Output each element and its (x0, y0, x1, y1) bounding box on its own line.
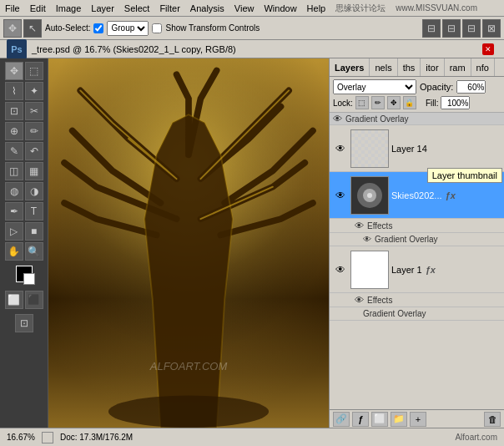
move-tool[interactable]: ✥ (5, 62, 23, 80)
layer14-name: Layer 14 (391, 144, 501, 154)
align-buttons: ⊟ ⊟ ⊟ ⊠ (422, 19, 501, 38)
skies-effects-eye[interactable]: 👁 (355, 220, 364, 231)
layer1-thumbnail (350, 251, 389, 289)
doc-size: Doc: 17.3M/176.2M (60, 433, 133, 442)
history-brush-tool[interactable]: ↶ (25, 142, 43, 160)
layer1-gradient-label: Gradient Overlay (363, 309, 426, 318)
layer14-visibility-toggle[interactable]: 👁 (333, 141, 348, 156)
tab-layers[interactable]: Layers (330, 58, 370, 76)
svg-point-5 (367, 193, 372, 198)
menu-analysis[interactable]: Analysis (185, 3, 229, 13)
hand-tool[interactable]: ✋ (5, 242, 23, 261)
menu-image[interactable]: Image (51, 3, 87, 13)
layer1-effects-eye[interactable]: 👁 (355, 295, 364, 305)
add-mask-button[interactable]: ⬜ (371, 412, 388, 427)
align-right-button[interactable]: ⊟ (462, 19, 481, 38)
close-document-button[interactable]: ✕ (482, 43, 494, 55)
lock-row: Lock: ⬚ ✏ ✥ 🔒 Fill: (333, 96, 501, 109)
menu-help[interactable]: Help (302, 3, 331, 13)
main-layout: ✥ ⬚ ⌇ ✦ ⊡ ✂ ⊕ ✏ ✎ ↶ ◫ ▦ ◍ ◑ ✒ T (0, 58, 504, 428)
fill-label: Fill: (426, 99, 439, 108)
layer1-fx-badge: ƒx (426, 265, 436, 275)
crop-tool[interactable]: ⊡ (5, 102, 23, 120)
path-selection-tool[interactable]: ▷ (5, 222, 23, 241)
gradient-tool[interactable]: ▦ (25, 162, 43, 180)
section-eye-icon[interactable]: 👁 (333, 114, 342, 124)
document-title-bar: Ps _tree.psd @ 16.7% (Skies0202_1_L copy… (0, 40, 504, 58)
background-color[interactable] (23, 273, 35, 285)
selection-tool[interactable]: ⬚ (25, 62, 43, 80)
show-transform-checkbox[interactable] (152, 23, 162, 33)
lock-label: Lock: (333, 99, 353, 108)
auto-select-label: Auto-Select: (45, 23, 90, 33)
text-tool[interactable]: T (25, 202, 43, 220)
link-layers-button[interactable]: 🔗 (333, 412, 350, 427)
toolbox-row-3: ⊡ ✂ (5, 102, 43, 120)
menu-select[interactable]: Select (119, 3, 155, 13)
align-center-button[interactable]: ⊟ (442, 19, 461, 38)
layer1-visibility-toggle[interactable]: 👁 (333, 262, 348, 277)
lock-position-button[interactable]: ✥ (387, 96, 401, 109)
screen-mode-button[interactable]: ⊡ (15, 314, 33, 332)
fill-input[interactable] (441, 96, 470, 109)
brush-tool[interactable]: ✏ (25, 122, 43, 140)
eraser-tool[interactable]: ◫ (5, 162, 23, 180)
zoom-level: 16.67% (7, 433, 35, 442)
healing-brush-tool[interactable]: ⊕ (5, 122, 23, 140)
layer1-effects-label: Effects (367, 296, 392, 305)
foreground-color[interactable] (16, 266, 33, 282)
menu-layer[interactable]: Layer (86, 3, 119, 13)
skies-info: Skies0202... ƒx (391, 190, 501, 200)
layer-fx-button[interactable]: ƒ (352, 412, 369, 427)
auto-select-checkbox[interactable] (93, 23, 103, 33)
shape-tool[interactable]: ■ (25, 222, 43, 241)
skies-thumb-svg (351, 177, 388, 214)
layer-item-layer1[interactable]: 👁 Layer 1 ƒx (330, 246, 504, 293)
skies-gradient-label: Gradient Overlay (375, 235, 438, 244)
lock-all-button[interactable]: 🔒 (403, 96, 416, 109)
delete-layer-button[interactable]: 🗑 (484, 412, 501, 427)
zoom-tool[interactable]: 🔍 (25, 242, 43, 261)
quick-mask-button[interactable]: ⬛ (25, 291, 43, 309)
standard-mode-button[interactable]: ⬜ (5, 291, 23, 309)
toolbox-row-8: ✒ T (5, 202, 43, 220)
blur-tool[interactable]: ◍ (5, 182, 23, 200)
zoom-indicator[interactable] (42, 432, 53, 443)
tab-info[interactable]: nfo (471, 58, 495, 76)
pen-tool[interactable]: ✒ (5, 202, 23, 220)
menu-view[interactable]: View (229, 3, 260, 13)
menu-window[interactable]: Window (259, 3, 301, 13)
lock-transparent-button[interactable]: ⬚ (355, 96, 369, 109)
toolbox-row-9: ▷ ■ (5, 222, 43, 241)
dodge-tool[interactable]: ◑ (25, 182, 43, 200)
magic-wand-tool[interactable]: ✦ (25, 82, 43, 100)
tab-paths[interactable]: ths (398, 58, 421, 76)
tab-channels[interactable]: nels (370, 58, 397, 76)
tab-actions[interactable]: ram (445, 58, 471, 76)
clone-stamp-tool[interactable]: ✎ (5, 142, 23, 160)
select-tool-button[interactable]: ↖ (23, 19, 42, 38)
new-layer-button[interactable]: + (410, 412, 426, 427)
move-tool-button[interactable]: ✥ (3, 19, 22, 38)
layer-item-layer14[interactable]: 👁 Layer 14 (330, 125, 504, 172)
menu-url: www.MISSVUAN.com (391, 3, 482, 13)
skies-visibility-toggle[interactable]: 👁 (333, 188, 348, 203)
layer-item-skies0202[interactable]: 👁 Skies0202... ƒx Layer th (330, 172, 504, 219)
lasso-tool[interactable]: ⌇ (5, 82, 23, 100)
canvas-area: ALFOART.COM (48, 58, 329, 428)
menu-edit[interactable]: Edit (25, 3, 51, 13)
align-left-button[interactable]: ⊟ (422, 19, 441, 38)
opacity-input[interactable] (456, 80, 486, 94)
blend-mode-select[interactable]: Overlay Normal Multiply Screen (333, 79, 416, 94)
lock-paint-button[interactable]: ✏ (371, 96, 385, 109)
slice-tool[interactable]: ✂ (25, 102, 43, 120)
layer1-gradient-row: Gradient Overlay (330, 307, 504, 321)
skies-fx-badge: ƒx (446, 190, 456, 200)
menu-file[interactable]: File (0, 3, 25, 13)
skies-gradient-eye[interactable]: 👁 (363, 235, 371, 244)
menu-filter[interactable]: Filter (154, 3, 184, 13)
distribute-button[interactable]: ⊠ (482, 19, 501, 38)
tab-history[interactable]: itor (421, 58, 444, 76)
auto-select-dropdown[interactable]: Group Layer (107, 21, 149, 36)
new-group-button[interactable]: 📁 (391, 412, 407, 427)
